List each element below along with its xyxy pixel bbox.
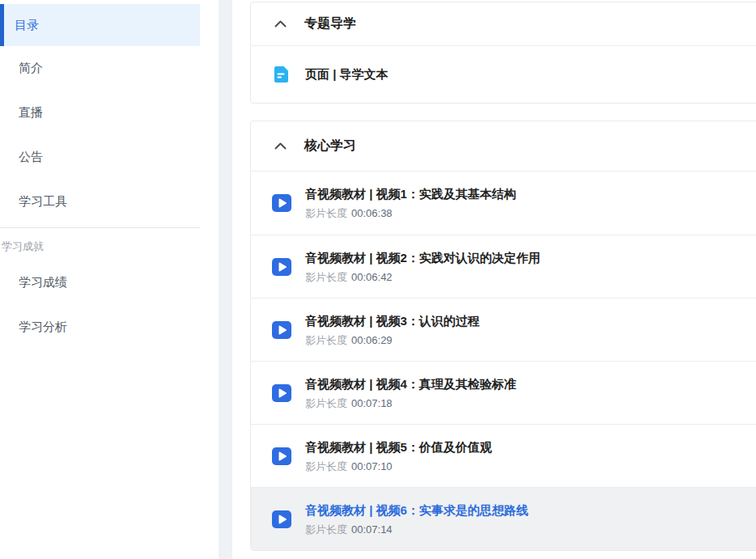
course-sidebar: 目录 简介 直播 公告 学习工具 学习成就 学习成绩 学习分析 xyxy=(0,0,200,349)
video-title: 音视频教材 | 视频4：真理及其检验标准 xyxy=(305,375,516,393)
video-duration: 影片长度00:06:42 xyxy=(305,270,541,285)
video-title: 音视频教材 | 视频5：价值及价值观 xyxy=(305,438,492,456)
section-title: 核心学习 xyxy=(304,138,356,155)
course-content-panel: 专题导学 页面 | 导学文本 核心学习 xyxy=(250,2,756,551)
page-item-title: 页面 | 导学文本 xyxy=(305,66,389,83)
video-duration: 影片长度00:07:18 xyxy=(305,396,516,411)
section-header-topic-guide[interactable]: 专题导学 xyxy=(251,2,756,45)
sidebar-item-introduction[interactable]: 简介 xyxy=(0,46,200,91)
play-icon xyxy=(272,510,291,529)
sidebar-item-label: 学习工具 xyxy=(19,194,67,210)
sidebar-item-label: 直播 xyxy=(19,105,43,121)
video-item-4[interactable]: 音视频教材 | 视频4：真理及其检验标准 影片长度00:07:18 xyxy=(251,361,756,424)
sidebar-item-contents[interactable]: 目录 xyxy=(0,4,200,46)
video-title: 音视频教材 | 视频3：认识的过程 xyxy=(305,312,480,330)
video-duration: 影片长度00:07:14 xyxy=(305,523,529,537)
sidebar-item-label: 简介 xyxy=(19,61,43,76)
sidebar-item-label: 学习成绩 xyxy=(19,275,67,290)
video-item-3[interactable]: 音视频教材 | 视频3：认识的过程 影片长度00:06:29 xyxy=(251,298,756,361)
page-item[interactable]: 页面 | 导学文本 xyxy=(251,46,756,103)
video-title: 音视频教材 | 视频6：实事求是的思想路线 xyxy=(305,502,529,519)
play-icon xyxy=(272,320,291,340)
section-core-learning: 核心学习 音视频教材 | 视频1：实践及其基本结构 影片长度00:06:38 xyxy=(250,121,756,551)
chevron-up-icon xyxy=(274,20,287,28)
video-title: 音视频教材 | 视频1：实践及其基本结构 xyxy=(305,185,516,203)
video-duration: 影片长度00:07:10 xyxy=(305,459,492,474)
video-item-2[interactable]: 音视频教材 | 视频2：实践对认识的决定作用 影片长度00:06:42 xyxy=(251,235,756,298)
section-header-core-learning[interactable]: 核心学习 xyxy=(251,121,756,171)
section-title: 专题导学 xyxy=(304,15,356,32)
sidebar-item-label: 学习分析 xyxy=(19,320,67,335)
video-item-6-selected[interactable]: 音视频教材 | 视频6：实事求是的思想路线 影片长度00:07:14 xyxy=(251,487,756,550)
sidebar-divider xyxy=(0,227,200,228)
video-item-1[interactable]: 音视频教材 | 视频1：实践及其基本结构 影片长度00:06:38 xyxy=(251,172,756,235)
video-duration: 影片长度00:06:38 xyxy=(305,206,516,221)
video-title: 音视频教材 | 视频2：实践对认识的决定作用 xyxy=(305,249,541,267)
play-icon xyxy=(272,257,291,277)
scrollbar-track[interactable] xyxy=(219,0,232,559)
page-icon xyxy=(272,65,291,84)
sidebar-item-grades[interactable]: 学习成绩 xyxy=(0,260,200,305)
video-duration: 影片长度00:06:29 xyxy=(305,333,480,348)
sidebar-item-learning-analysis[interactable]: 学习分析 xyxy=(0,305,200,349)
sidebar-item-live[interactable]: 直播 xyxy=(0,91,200,135)
sidebar-item-announcements[interactable]: 公告 xyxy=(0,135,200,180)
section-topic-guide: 专题导学 页面 | 导学文本 xyxy=(250,2,756,104)
sidebar-item-label: 公告 xyxy=(19,150,43,165)
video-item-5[interactable]: 音视频教材 | 视频5：价值及价值观 影片长度00:07:10 xyxy=(251,424,756,487)
sidebar-item-learning-tools[interactable]: 学习工具 xyxy=(0,180,200,224)
sidebar-section-label-achievements: 学习成就 xyxy=(0,239,200,254)
play-icon xyxy=(272,447,291,466)
play-icon xyxy=(272,193,291,213)
chevron-up-icon xyxy=(274,142,287,150)
sidebar-item-label: 目录 xyxy=(15,18,39,33)
play-icon xyxy=(272,383,291,403)
